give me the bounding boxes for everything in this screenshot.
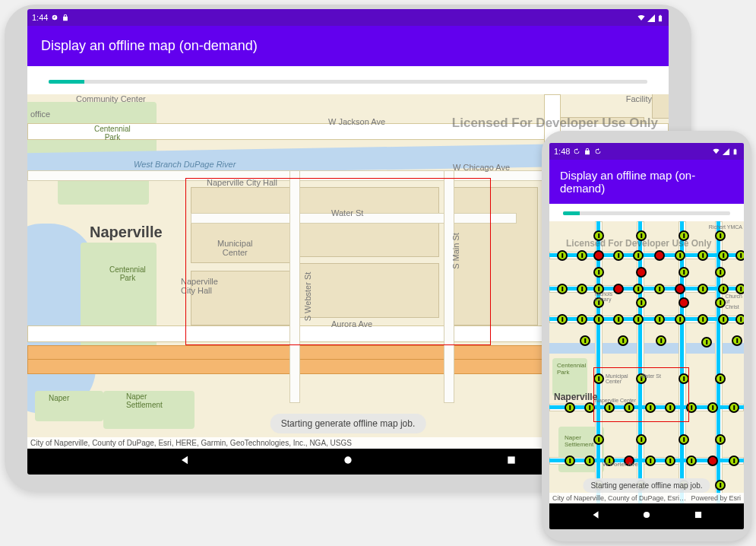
- feature-point[interactable]: [593, 434, 604, 445]
- feature-point[interactable]: [679, 434, 689, 445]
- wifi-icon: [712, 148, 720, 155]
- progress-bar[interactable]: [49, 80, 647, 84]
- toast-message: Starting generate offline map job.: [270, 414, 426, 433]
- feature-point[interactable]: [697, 250, 708, 261]
- feature-point[interactable]: [633, 250, 644, 261]
- toast-text: Starting generate offline map job.: [281, 418, 416, 429]
- feature-point[interactable]: [557, 284, 568, 294]
- lock-icon: [584, 148, 591, 155]
- feature-point[interactable]: [718, 250, 729, 261]
- pipe: [680, 221, 684, 503]
- signal-icon: [722, 148, 729, 155]
- feature-point[interactable]: [701, 337, 712, 348]
- map-label: Community Center: [76, 94, 146, 103]
- app-bar: Display an offline map (on-demand): [549, 160, 744, 204]
- feature-point-alert[interactable]: [636, 267, 647, 278]
- feature-point[interactable]: [729, 456, 739, 466]
- feature-point[interactable]: [557, 314, 568, 325]
- feature-point[interactable]: [707, 402, 718, 413]
- feature-point[interactable]: [679, 267, 689, 278]
- feature-point[interactable]: [654, 284, 665, 294]
- map-label: Naper Settlement: [126, 392, 163, 409]
- feature-point[interactable]: [715, 230, 726, 241]
- progress-bar[interactable]: [563, 211, 730, 215]
- feature-point[interactable]: [718, 314, 729, 325]
- progress-area: [27, 66, 669, 94]
- feature-point[interactable]: [593, 267, 604, 278]
- feature-point[interactable]: [715, 297, 726, 308]
- feature-point[interactable]: [645, 456, 656, 466]
- feature-point[interactable]: [593, 314, 604, 325]
- map-label: office: [30, 110, 50, 119]
- feature-point[interactable]: [675, 250, 685, 261]
- nav-back-icon[interactable]: [590, 509, 601, 523]
- loop-icon: [594, 148, 602, 155]
- feature-point[interactable]: [697, 314, 708, 325]
- nav-recent-icon[interactable]: [505, 454, 517, 469]
- status-time: 1:48: [554, 147, 570, 156]
- map-label: Naper: [49, 394, 69, 402]
- feature-point[interactable]: [697, 284, 708, 294]
- feature-point[interactable]: [686, 456, 697, 466]
- map-label: Richert YMCA: [709, 224, 742, 230]
- app-title: Display an offline map (on-demand): [560, 169, 695, 195]
- feature-point[interactable]: [633, 314, 644, 325]
- nav-recent-icon[interactable]: [693, 509, 704, 523]
- feature-point[interactable]: [584, 456, 595, 466]
- svg-rect-3: [694, 512, 701, 518]
- battery-icon: [656, 14, 664, 21]
- feature-point[interactable]: [715, 373, 726, 384]
- svg-rect-1: [508, 456, 514, 463]
- feature-point[interactable]: [636, 297, 647, 308]
- feature-point[interactable]: [577, 284, 587, 294]
- feature-point[interactable]: [577, 250, 587, 261]
- feature-point[interactable]: [675, 314, 685, 325]
- feature-point[interactable]: [613, 314, 624, 325]
- feature-point[interactable]: [565, 402, 575, 413]
- attribution-text: City of Naperville, County of DuPage, Es…: [30, 439, 352, 447]
- nav-home-icon[interactable]: [342, 454, 354, 469]
- nav-home-icon[interactable]: [641, 509, 652, 523]
- feature-point[interactable]: [665, 456, 675, 466]
- feature-point[interactable]: [715, 434, 726, 445]
- feature-point[interactable]: [565, 456, 575, 466]
- feature-point[interactable]: [718, 284, 729, 294]
- feature-point[interactable]: [613, 250, 624, 261]
- feature-point[interactable]: [636, 434, 647, 445]
- area-of-interest-rectangle[interactable]: [185, 178, 491, 345]
- feature-point[interactable]: [735, 314, 744, 325]
- feature-point[interactable]: [633, 284, 644, 294]
- wifi-icon: [637, 14, 644, 21]
- feature-point[interactable]: [656, 335, 666, 346]
- feature-point[interactable]: [715, 267, 726, 278]
- phone-device-frame: 1:48: [542, 131, 751, 541]
- city-label: Naperville: [90, 224, 163, 241]
- feature-point-alert[interactable]: [593, 250, 604, 261]
- android-nav-bar: [549, 503, 744, 529]
- feature-point[interactable]: [577, 314, 587, 325]
- feature-point[interactable]: [735, 284, 744, 294]
- feature-point-alert[interactable]: [679, 297, 689, 308]
- feature-point[interactable]: [735, 250, 744, 261]
- feature-point[interactable]: [618, 335, 628, 346]
- feature-point-alert[interactable]: [675, 284, 685, 294]
- toast-text: Starting generate offline map job.: [590, 481, 702, 490]
- svg-point-2: [644, 512, 650, 518]
- map-label: Centennial Park: [109, 265, 146, 282]
- phone-screen: 1:48: [549, 143, 744, 529]
- feature-point-alert[interactable]: [654, 250, 665, 261]
- map-view[interactable]: Centennial Park Naperville Naperville Ce…: [549, 221, 744, 503]
- feature-point[interactable]: [729, 402, 739, 413]
- feature-point[interactable]: [654, 314, 665, 325]
- nav-back-icon[interactable]: [179, 454, 191, 469]
- map-label: W Jackson Ave: [328, 117, 385, 126]
- feature-point[interactable]: [557, 250, 568, 261]
- area-of-interest-rectangle[interactable]: [593, 367, 689, 422]
- city-label: Naperville: [554, 392, 597, 402]
- progress-fill: [49, 80, 84, 84]
- feature-point[interactable]: [580, 335, 590, 346]
- feature-point[interactable]: [732, 335, 742, 346]
- feature-point[interactable]: [715, 480, 726, 490]
- feature-point-alert[interactable]: [707, 456, 718, 466]
- feature-point-alert[interactable]: [613, 284, 624, 294]
